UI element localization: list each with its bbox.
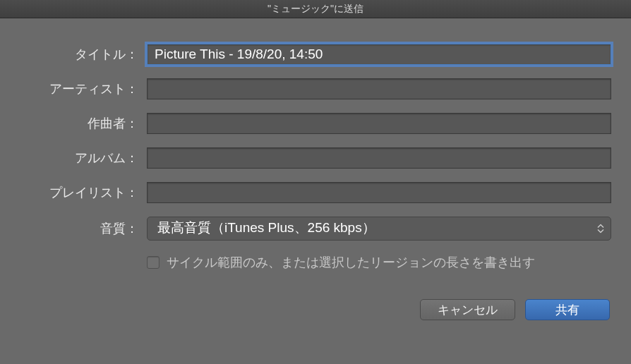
dialog-content: タイトル： アーティスト： 作曲者： アルバム： プレイリスト： 音質： 最高音… (0, 18, 631, 334)
quality-row: 音質： 最高音質（iTunes Plus、256 kbps） (20, 217, 611, 241)
window-title-bar: "ミュージック"に送信 (0, 0, 631, 18)
title-label: タイトル： (20, 46, 147, 63)
composer-row: 作曲者： (20, 113, 611, 134)
title-row: タイトル： (20, 44, 611, 65)
playlist-input[interactable] (147, 182, 611, 203)
quality-select[interactable]: 最高音質（iTunes Plus、256 kbps） (147, 217, 611, 241)
album-input[interactable] (147, 147, 611, 169)
composer-label: 作曲者： (20, 115, 147, 132)
album-label: アルバム： (20, 150, 147, 166)
title-input[interactable] (147, 44, 611, 65)
playlist-label: プレイリスト： (20, 184, 147, 201)
composer-input[interactable] (147, 113, 611, 134)
export-range-row: サイクル範囲のみ、または選択したリージョンの長さを書き出す (147, 254, 611, 271)
album-row: アルバム： (20, 147, 611, 169)
export-range-label: サイクル範囲のみ、または選択したリージョンの長さを書き出す (167, 254, 535, 271)
artist-label: アーティスト： (20, 80, 147, 97)
button-row: キャンセル 共有 (20, 299, 611, 320)
cancel-button[interactable]: キャンセル (420, 299, 515, 320)
playlist-row: プレイリスト： (20, 182, 611, 203)
export-range-checkbox[interactable] (147, 256, 160, 269)
window-title: "ミュージック"に送信 (268, 3, 363, 16)
artist-row: アーティスト： (20, 78, 611, 99)
artist-input[interactable] (147, 78, 611, 99)
share-button[interactable]: 共有 (525, 299, 610, 320)
quality-select-wrapper: 最高音質（iTunes Plus、256 kbps） (147, 217, 611, 241)
quality-label: 音質： (20, 220, 147, 237)
